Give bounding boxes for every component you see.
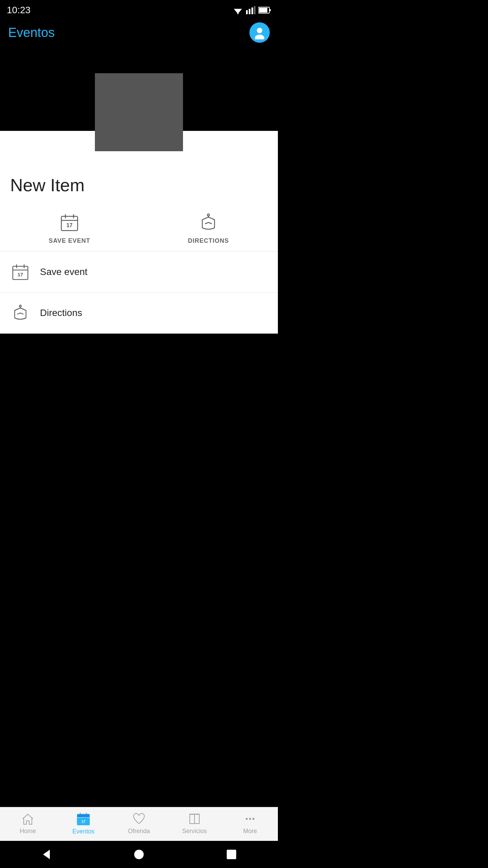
svg-point-12 (255, 35, 264, 39)
directions-icon-wrap (198, 212, 219, 233)
directions-action[interactable]: DIRECTIONS (139, 212, 278, 244)
svg-text:17: 17 (66, 222, 73, 228)
save-event-list-icon: 17 (10, 262, 30, 282)
svg-rect-5 (249, 9, 250, 14)
hero-section (0, 50, 278, 131)
app-bar: Eventos (0, 19, 278, 50)
wifi-icon (232, 6, 243, 14)
map-directions-icon (199, 213, 218, 232)
user-avatar[interactable] (249, 22, 270, 43)
app-title: Eventos (8, 25, 55, 40)
svg-rect-4 (246, 10, 248, 14)
item-title: New Item (0, 165, 278, 209)
event-image-placeholder (95, 73, 183, 151)
status-bar: 10:23 (0, 0, 278, 19)
svg-text:17: 17 (18, 272, 23, 277)
svg-point-26 (19, 305, 21, 307)
svg-rect-9 (269, 9, 271, 11)
save-event-list-item[interactable]: 17 Save event (0, 252, 278, 293)
directions-list-text: Directions (40, 308, 82, 318)
directions-list-item[interactable]: Directions (0, 293, 278, 334)
svg-rect-10 (259, 8, 267, 13)
directions-list-icon (10, 303, 30, 323)
save-event-list-text: Save event (40, 267, 87, 277)
save-event-icon-wrap: 17 (59, 212, 80, 233)
svg-point-3 (237, 13, 239, 14)
directions-label: DIRECTIONS (188, 237, 229, 244)
calendar-list-icon: 17 (12, 263, 29, 281)
save-event-label: SAVE EVENT (49, 237, 90, 244)
svg-point-11 (257, 28, 262, 33)
avatar-icon (253, 26, 266, 39)
content-area: New Item 17 SAVE EVENT (0, 131, 278, 334)
actions-row: 17 SAVE EVENT DIRECTIONS (0, 209, 278, 252)
map-list-icon (12, 304, 29, 322)
svg-rect-6 (251, 7, 253, 14)
svg-rect-7 (254, 6, 256, 14)
status-icons (232, 6, 271, 14)
svg-point-19 (207, 214, 209, 216)
signal-icon (246, 6, 256, 14)
save-event-action[interactable]: 17 SAVE EVENT (0, 212, 139, 244)
calendar-icon: 17 (60, 213, 79, 232)
battery-icon (258, 6, 271, 14)
time-display: 10:23 (7, 5, 30, 16)
